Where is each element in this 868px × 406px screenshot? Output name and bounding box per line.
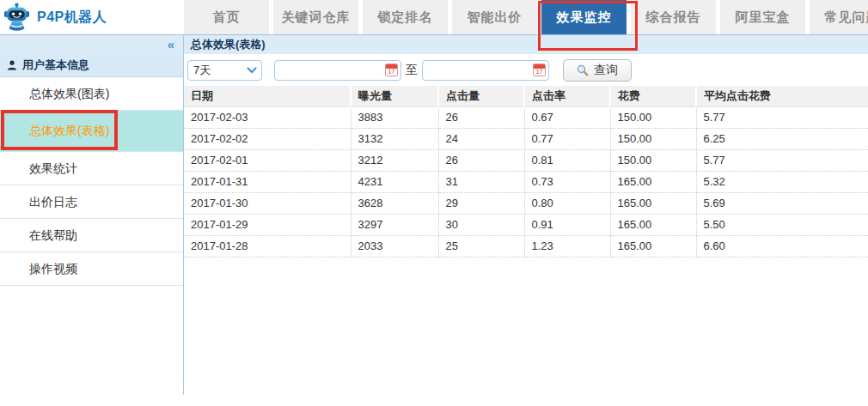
table-cell: 5.77 (696, 149, 868, 171)
table-row: 2017-01-282033251.23165.006.60 (184, 235, 868, 257)
table-cell: 2017-01-31 (184, 171, 351, 192)
table-cell: 165.00 (610, 192, 696, 214)
table-cell: 0.77 (524, 128, 610, 149)
chevron-down-icon (247, 67, 257, 74)
top-tab[interactable]: 首页 (184, 0, 269, 34)
table-cell: 3628 (351, 192, 438, 214)
search-icon (577, 64, 589, 76)
column-header: 点击量 (438, 86, 524, 106)
query-button-label: 查询 (594, 63, 618, 78)
user-icon (7, 60, 17, 70)
date-from-input[interactable] (274, 60, 401, 81)
table-cell: 29 (438, 192, 524, 214)
main-content: 7天 至 (184, 54, 868, 406)
calendar-icon[interactable] (533, 64, 546, 76)
table-cell: 26 (438, 149, 524, 171)
table-cell: 2017-01-30 (184, 192, 351, 214)
date-to-input[interactable] (422, 60, 549, 81)
column-header: 平均点击花费 (696, 86, 868, 106)
table-cell: 3297 (351, 214, 438, 235)
table-cell: 0.81 (524, 149, 610, 171)
table-cell: 3212 (351, 149, 438, 171)
table-cell: 26 (438, 106, 524, 128)
table-cell: 2017-02-03 (184, 106, 351, 128)
table-cell: 30 (438, 214, 524, 235)
top-tab[interactable]: 阿里宝盒 (720, 0, 805, 34)
sidebar-item[interactable]: 操作视频 (0, 252, 183, 286)
sidebar-item[interactable]: 效果统计 (0, 152, 183, 185)
table-cell: 3132 (351, 128, 438, 149)
robot-logo-icon (3, 3, 30, 33)
tab-bar: 首页关键词仓库锁定排名智能出价效果监控综合报告阿里宝盒常见问题 (184, 0, 868, 34)
filter-bar: 7天 至 (184, 54, 868, 86)
query-button[interactable]: 查询 (563, 59, 632, 82)
column-header: 点击率 (524, 86, 610, 106)
table-cell: 0.80 (524, 192, 610, 214)
table-cell: 3883 (351, 106, 438, 128)
results-table: 日期曝光量点击量点击率花费平均点击花费 2017-02-033883260.67… (184, 86, 868, 258)
table-cell: 150.00 (610, 149, 696, 171)
sidebar: 用户基本信息 总体效果(图表)总体效果(表格)效果统计出价日志在线帮助操作视频 (0, 54, 183, 406)
app-title: P4P机器人 (37, 9, 107, 27)
table-cell: 2017-02-01 (184, 149, 351, 171)
table-row: 2017-02-013212260.81150.005.77 (184, 149, 868, 171)
date-from-field (274, 60, 401, 81)
sidebar-item[interactable]: 在线帮助 (0, 219, 183, 252)
table-cell: 165.00 (610, 235, 696, 257)
page-title: 总体效果(表格) (183, 35, 868, 54)
table-cell: 165.00 (610, 214, 696, 235)
sidebar-item[interactable]: 总体效果(图表) (0, 77, 183, 111)
date-to-field (422, 60, 549, 81)
table-row: 2017-01-314231310.73165.005.32 (184, 171, 868, 192)
table-cell: 2017-01-29 (184, 214, 351, 235)
table-row: 2017-02-033883260.67150.005.77 (184, 106, 868, 128)
top-tab[interactable]: 锁定排名 (363, 0, 448, 34)
table-cell: 31 (438, 171, 524, 192)
table-cell: 150.00 (610, 128, 696, 149)
table-cell: 0.67 (524, 106, 610, 128)
column-header: 日期 (184, 86, 351, 106)
date-range-select-value: 7天 (193, 63, 211, 78)
top-bar: P4P机器人 首页关键词仓库锁定排名智能出价效果监控综合报告阿里宝盒常见问题 (0, 0, 868, 34)
column-header: 曝光量 (351, 86, 438, 106)
table-cell: 25 (438, 235, 524, 257)
top-tab[interactable]: 关键词仓库 (273, 0, 358, 34)
sidebar-section-header: 用户基本信息 (0, 54, 183, 77)
table-cell: 24 (438, 128, 524, 149)
subbar: « 总体效果(表格) (0, 34, 868, 54)
top-tab-active[interactable]: 效果监控 (541, 0, 627, 34)
table-cell: 0.91 (524, 214, 610, 235)
table-row: 2017-01-303628290.80165.005.69 (184, 192, 868, 214)
table-cell: 5.69 (696, 192, 868, 214)
column-header: 花费 (610, 86, 696, 106)
table-cell: 2017-02-02 (184, 128, 351, 149)
top-tab[interactable]: 常见问题 (810, 0, 868, 34)
table-cell: 2017-01-28 (184, 235, 351, 257)
table-row: 2017-02-023132240.77150.006.25 (184, 128, 868, 149)
top-tab[interactable]: 智能出价 (452, 0, 537, 34)
table-header-row: 日期曝光量点击量点击率花费平均点击花费 (184, 86, 868, 106)
table-cell: 6.60 (696, 235, 868, 257)
table-cell: 6.25 (696, 128, 868, 149)
table-cell: 165.00 (610, 171, 696, 192)
sidebar-menu: 总体效果(图表)总体效果(表格)效果统计出价日志在线帮助操作视频 (0, 77, 183, 286)
table-cell: 5.50 (696, 214, 868, 235)
sidebar-item-selected[interactable]: 总体效果(表格) (0, 111, 183, 152)
calendar-icon[interactable] (385, 64, 398, 76)
app-window: P4P机器人 首页关键词仓库锁定排名智能出价效果监控综合报告阿里宝盒常见问题 «… (0, 0, 868, 406)
table-cell: 5.32 (696, 171, 868, 192)
top-tab[interactable]: 综合报告 (631, 0, 716, 34)
date-range-select[interactable]: 7天 (187, 60, 262, 81)
table-row: 2017-01-293297300.91165.005.50 (184, 214, 868, 235)
to-label: 至 (406, 63, 418, 78)
table-cell: 2033 (351, 235, 438, 257)
table-cell: 150.00 (610, 106, 696, 128)
sidebar-section-title: 用户基本信息 (22, 58, 89, 73)
table-cell: 0.73 (524, 171, 610, 192)
brand: P4P机器人 (3, 2, 107, 33)
table-body: 2017-02-033883260.67150.005.772017-02-02… (184, 106, 868, 257)
table-cell: 5.77 (696, 106, 868, 128)
sidebar-item[interactable]: 出价日志 (0, 185, 183, 219)
double-chevron-left-icon[interactable]: « (168, 37, 174, 52)
table-cell: 1.23 (524, 235, 610, 257)
